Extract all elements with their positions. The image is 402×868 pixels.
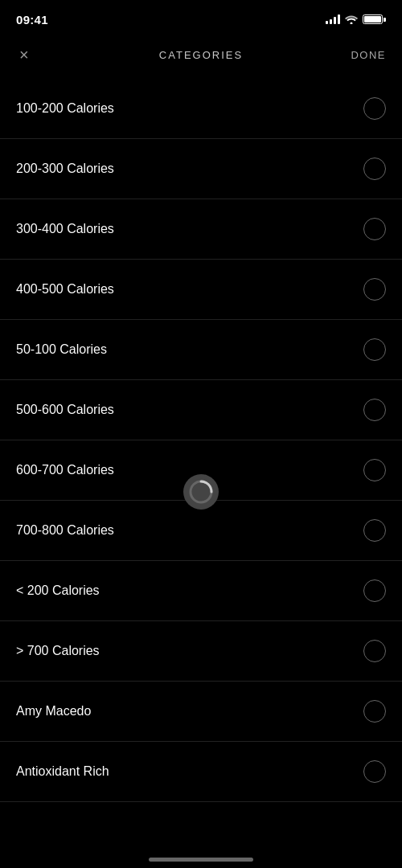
list-item[interactable]: 50-100 Calories	[0, 320, 402, 380]
radio-button[interactable]	[363, 640, 386, 662]
category-label: 200-300 Calories	[16, 162, 114, 176]
list-item[interactable]: 700-800 Calories	[0, 501, 402, 561]
list-item[interactable]: 200-300 Calories	[0, 139, 402, 199]
radio-button[interactable]	[363, 158, 386, 180]
category-label: Amy Macedo	[16, 704, 91, 719]
radio-button[interactable]	[363, 579, 386, 602]
list-item[interactable]: 400-500 Calories	[0, 260, 402, 320]
category-label: 50-100 Calories	[16, 342, 107, 357]
home-indicator	[149, 858, 253, 862]
loading-spinner	[183, 474, 219, 510]
category-label: < 200 Calories	[16, 583, 100, 598]
signal-bars-icon	[326, 14, 340, 24]
list-item[interactable]: Antioxidant Rich	[0, 742, 402, 802]
category-label: 100-200 Calories	[16, 101, 114, 116]
header: × CATEGORIES DONE	[0, 35, 402, 79]
radio-button[interactable]	[363, 459, 386, 481]
done-button[interactable]: DONE	[351, 49, 386, 61]
spinner-icon	[188, 479, 214, 505]
category-label: > 700 Calories	[16, 644, 100, 658]
category-label: 500-600 Calories	[16, 403, 114, 417]
radio-button[interactable]	[363, 97, 386, 120]
radio-button[interactable]	[363, 700, 386, 723]
status-time: 09:41	[16, 13, 48, 27]
radio-button[interactable]	[363, 760, 386, 783]
wifi-icon	[345, 14, 358, 24]
battery-icon	[363, 14, 386, 24]
radio-button[interactable]	[363, 218, 386, 240]
categories-list: 100-200 Calories200-300 Calories300-400 …	[0, 79, 402, 802]
radio-button[interactable]	[363, 338, 386, 361]
radio-button[interactable]	[363, 399, 386, 421]
list-item[interactable]: Amy Macedo	[0, 682, 402, 742]
list-item[interactable]: 500-600 Calories	[0, 380, 402, 440]
status-icons	[326, 14, 386, 24]
list-item[interactable]: > 700 Calories	[0, 621, 402, 682]
radio-button[interactable]	[363, 278, 386, 301]
category-label: 600-700 Calories	[16, 463, 114, 477]
status-bar: 09:41	[0, 0, 402, 35]
category-label: Antioxidant Rich	[16, 764, 109, 779]
category-label: 300-400 Calories	[16, 222, 114, 236]
category-label: 700-800 Calories	[16, 523, 114, 538]
list-item[interactable]: 300-400 Calories	[0, 199, 402, 260]
list-item[interactable]: 100-200 Calories	[0, 79, 402, 139]
radio-button[interactable]	[363, 519, 386, 542]
list-item[interactable]: < 200 Calories	[0, 561, 402, 621]
close-button[interactable]: ×	[16, 43, 32, 66]
category-label: 400-500 Calories	[16, 282, 114, 297]
page-title: CATEGORIES	[159, 49, 243, 61]
